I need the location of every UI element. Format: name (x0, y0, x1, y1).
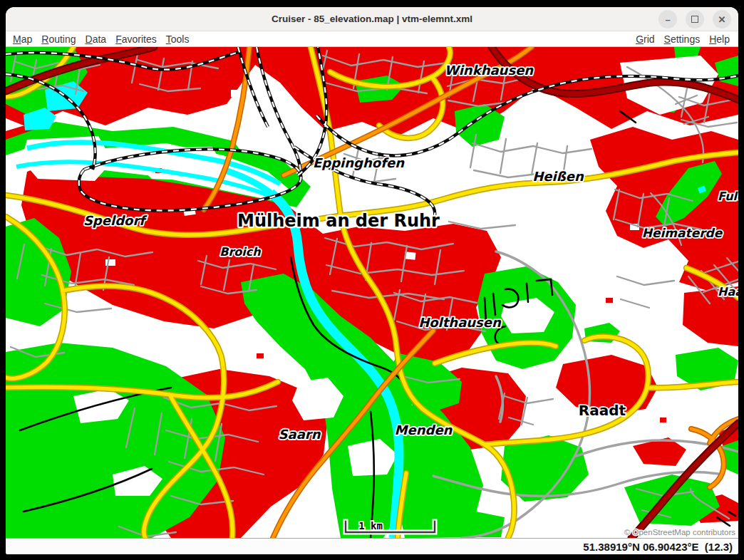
map-canvas[interactable]: WinkhausenEppinghofenHeißenSpeldorfMülhe… (6, 47, 738, 538)
place-label-hei-en: Heißen (532, 169, 584, 184)
place-label-m-lheim-an-der-ruhr: Mülheim an der Ruhr (237, 211, 440, 231)
maximize-button[interactable] (686, 10, 704, 28)
place-label-winkhausen: Winkhausen (445, 63, 534, 78)
map-viewport[interactable]: WinkhausenEppinghofenHeißenSpeldorfMülhe… (6, 47, 738, 538)
window-title: Cruiser - 85_elevation.map | vtm-elemnt.… (272, 14, 472, 24)
coordinates-readout: 51.38919°N 06.90423°E (12.3) (583, 541, 733, 553)
place-label-broich: Broich (219, 245, 261, 259)
place-label-speldorf: Speldorf (83, 213, 148, 228)
menu-item-settings[interactable]: Settings (664, 33, 701, 45)
window-controls: –✕ (658, 10, 731, 28)
place-label-saarn: Saarn (279, 427, 321, 442)
place-label-menden: Menden (395, 422, 453, 437)
screen-background: Cruiser - 85_elevation.map | vtm-elemnt.… (0, 0, 744, 560)
minimize-button[interactable]: – (658, 10, 677, 28)
menu-item-help[interactable]: Help (709, 33, 730, 45)
map-attribution: © OpenStreetMap contributors (624, 528, 735, 536)
maximize-icon (691, 16, 698, 23)
menu-item-data[interactable]: Data (86, 33, 107, 45)
close-button[interactable]: ✕ (713, 10, 731, 28)
place-label-holthausen: Holthausen (418, 315, 502, 330)
menu-item-map[interactable]: Map (13, 33, 32, 45)
place-label-heimaterde: Heimaterde (642, 226, 723, 240)
scale-bar-label: 1 km (358, 520, 383, 532)
title-bar[interactable]: Cruiser - 85_elevation.map | vtm-elemnt.… (6, 7, 738, 31)
menu-bar: MapRoutingDataFavoritesTools GridSetting… (6, 31, 738, 47)
menu-item-grid[interactable]: Grid (636, 33, 654, 45)
status-bar: 51.38919°N 06.90423°E (12.3) (6, 538, 738, 554)
menu-item-favorites[interactable]: Favorites (115, 33, 157, 45)
menu-item-tools[interactable]: Tools (166, 33, 190, 45)
place-label-haa: Haa (718, 285, 738, 299)
menu-group-right: GridSettingsHelp (636, 33, 730, 45)
app-window: Cruiser - 85_elevation.map | vtm-elemnt.… (6, 7, 738, 554)
menu-item-routing[interactable]: Routing (41, 33, 76, 45)
place-label-eppinghofen: Eppinghofen (313, 155, 405, 170)
menu-group-left: MapRoutingDataFavoritesTools (13, 33, 189, 45)
place-label-raadt: Raadt (579, 402, 626, 419)
place-label-fule: Fule (718, 190, 738, 203)
